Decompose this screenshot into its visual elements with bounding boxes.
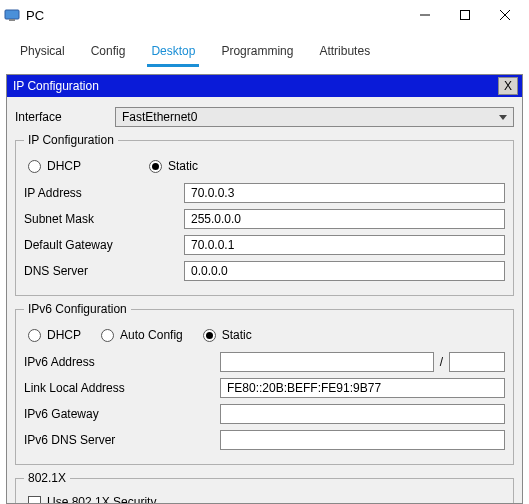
default-gateway-label: Default Gateway <box>24 238 184 252</box>
interface-select[interactable]: FastEthernet0 <box>115 107 514 127</box>
app-icon <box>4 7 20 23</box>
window-titlebar: PC <box>0 0 529 30</box>
ip-address-input[interactable] <box>184 183 505 203</box>
default-gateway-input[interactable] <box>184 235 505 255</box>
ipv6-dhcp-label: DHCP <box>47 328 81 342</box>
maximize-button[interactable] <box>445 1 485 29</box>
ipv6-auto-radio[interactable]: Auto Config <box>101 328 183 342</box>
svg-rect-1 <box>9 19 15 21</box>
svg-rect-3 <box>461 11 470 20</box>
tab-bar: Physical Config Desktop Programming Attr… <box>0 30 529 68</box>
radio-icon <box>203 329 216 342</box>
dot1x-legend: 802.1X <box>24 471 70 485</box>
radio-icon <box>101 329 114 342</box>
link-local-input[interactable] <box>220 378 505 398</box>
use-8021x-label: Use 802.1X Security <box>47 495 156 504</box>
dns-server-input[interactable] <box>184 261 505 281</box>
ipv6-fieldset: IPv6 Configuration DHCP Auto Config Stat… <box>15 302 514 465</box>
ipv4-dhcp-label: DHCP <box>47 159 81 173</box>
svg-rect-0 <box>5 10 19 19</box>
interface-label: Interface <box>15 110 115 124</box>
ipv6-dhcp-radio[interactable]: DHCP <box>28 328 81 342</box>
ipv6-gateway-label: IPv6 Gateway <box>24 407 220 421</box>
dot1x-fieldset: 802.1X Use 802.1X Security <box>15 471 514 504</box>
interface-value: FastEthernet0 <box>122 110 197 124</box>
radio-icon <box>28 160 41 173</box>
ipv4-legend: IP Configuration <box>24 133 118 147</box>
ipv4-fieldset: IP Configuration DHCP Static IP Address … <box>15 133 514 296</box>
ipv4-dhcp-radio[interactable]: DHCP <box>28 159 81 173</box>
radio-icon <box>28 329 41 342</box>
ipv6-gateway-input[interactable] <box>220 404 505 424</box>
ipv6-dns-input[interactable] <box>220 430 505 450</box>
ip-config-panel: IP Configuration X Interface FastEtherne… <box>6 74 523 504</box>
subnet-mask-input[interactable] <box>184 209 505 229</box>
ipv6-auto-label: Auto Config <box>120 328 183 342</box>
panel-close-button[interactable]: X <box>498 77 518 95</box>
ipv6-prefix-separator: / <box>440 355 443 369</box>
close-window-button[interactable] <box>485 1 525 29</box>
ip-address-label: IP Address <box>24 186 184 200</box>
ipv4-static-radio[interactable]: Static <box>149 159 198 173</box>
radio-icon <box>149 160 162 173</box>
ipv6-static-radio[interactable]: Static <box>203 328 252 342</box>
ipv6-address-input[interactable] <box>220 352 434 372</box>
link-local-label: Link Local Address <box>24 381 220 395</box>
subnet-mask-label: Subnet Mask <box>24 212 184 226</box>
minimize-button[interactable] <box>405 1 445 29</box>
tab-attributes[interactable]: Attributes <box>315 38 374 67</box>
ipv6-dns-label: IPv6 DNS Server <box>24 433 220 447</box>
tab-programming[interactable]: Programming <box>217 38 297 67</box>
ipv4-static-label: Static <box>168 159 198 173</box>
ipv6-address-label: IPv6 Address <box>24 355 220 369</box>
panel-header: IP Configuration X <box>7 75 522 97</box>
window-title: PC <box>26 8 405 23</box>
dns-server-label: DNS Server <box>24 264 184 278</box>
ipv6-static-label: Static <box>222 328 252 342</box>
tab-config[interactable]: Config <box>87 38 130 67</box>
panel-title: IP Configuration <box>13 79 99 93</box>
ipv6-prefix-input[interactable] <box>449 352 505 372</box>
tab-desktop[interactable]: Desktop <box>147 38 199 67</box>
tab-physical[interactable]: Physical <box>16 38 69 67</box>
use-8021x-checkbox[interactable] <box>28 496 41 505</box>
ipv6-legend: IPv6 Configuration <box>24 302 131 316</box>
